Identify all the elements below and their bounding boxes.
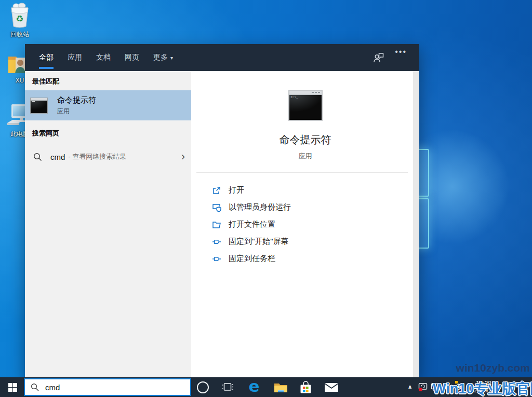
section-header-web-search: 搜索网页 — [25, 120, 191, 142]
action-run-as-admin[interactable]: 以管理员身份运行 — [191, 199, 419, 216]
watermark-site-name: Win10专业版官网 — [433, 379, 532, 397]
action-label: 以管理员身份运行 — [229, 202, 291, 212]
mail-icon — [324, 382, 339, 392]
search-panel-body: 最佳匹配 命令提示符 应用 搜索网页 cmd - 查看网络搜索结果 › — [25, 71, 419, 377]
chevron-down-icon: ▾ — [170, 55, 173, 61]
tray-app-icon — [418, 382, 428, 392]
result-text: 命令提示符 应用 — [57, 95, 96, 116]
action-label: 打开文件位置 — [229, 220, 275, 229]
open-icon — [212, 186, 221, 195]
cmd-icon-titlebar — [289, 91, 322, 95]
section-header-best-match: 最佳匹配 — [25, 71, 191, 90]
tab-label: 更多 — [153, 53, 168, 62]
store-button[interactable] — [297, 377, 314, 397]
tab-all[interactable]: 全部 — [39, 44, 54, 71]
results-pane: 最佳匹配 命令提示符 应用 搜索网页 cmd - 查看网络搜索结果 › — [25, 71, 191, 377]
detail-pane: C:\_ 命令提示符 应用 打开 — [191, 71, 419, 377]
action-label: 固定到"开始"屏幕 — [229, 237, 289, 247]
person-icon — [373, 51, 385, 64]
edge-icon: e — [248, 378, 259, 394]
watermark-site-url: win10zyb.com — [456, 362, 530, 374]
cmd-app-icon-large: C:\_ — [288, 90, 323, 121]
tab-web[interactable]: 网页 — [125, 44, 139, 71]
file-explorer-button[interactable] — [272, 377, 289, 397]
recycle-bin-icon: ♻ — [7, 3, 32, 29]
divider — [196, 172, 408, 173]
task-view-button[interactable] — [220, 377, 236, 397]
ellipsis-icon: ••• — [395, 47, 407, 56]
cortana-icon — [197, 381, 209, 393]
web-query: cmd — [50, 153, 65, 161]
options-button[interactable]: ••• — [395, 47, 407, 57]
tray-show-hidden-icons[interactable]: ∧ — [405, 377, 415, 397]
chevron-right-icon: › — [181, 151, 185, 162]
edge-button[interactable]: e — [245, 377, 263, 397]
action-label: 固定到任务栏 — [229, 254, 275, 264]
action-pin-to-taskbar[interactable]: 固定到任务栏 — [191, 250, 419, 267]
action-label: 打开 — [229, 185, 244, 195]
file-explorer-icon — [274, 382, 288, 393]
folder-icon — [212, 220, 221, 229]
search-flyout-panel: 全部 应用 文档 网页 更多 ▾ — [25, 44, 419, 377]
search-panel-header: 全部 应用 文档 网页 更多 ▾ — [25, 44, 419, 71]
action-open-file-location[interactable]: 打开文件位置 — [191, 216, 419, 233]
pin-icon — [212, 254, 221, 264]
tab-apps[interactable]: 应用 — [68, 44, 82, 71]
windows-logo-icon — [8, 383, 17, 392]
desktop-icon-label: 回收站 — [3, 30, 36, 39]
tab-label: 网页 — [125, 53, 139, 62]
search-input[interactable] — [44, 382, 171, 392]
svg-text:♻: ♻ — [16, 14, 23, 24]
result-web-search-cmd[interactable]: cmd - 查看网络搜索结果 › — [25, 147, 191, 166]
search-icon — [33, 153, 42, 161]
detail-title: 命令提示符 — [191, 133, 419, 147]
mail-button[interactable] — [322, 377, 341, 397]
cmd-app-icon — [30, 98, 48, 114]
result-title: 命令提示符 — [57, 95, 96, 105]
tray-app-button[interactable] — [416, 377, 430, 397]
action-pin-to-start[interactable]: 固定到"开始"屏幕 — [191, 233, 419, 250]
search-icon — [31, 383, 39, 391]
pin-icon — [212, 237, 221, 247]
cortana-button[interactable] — [195, 377, 210, 397]
store-icon — [299, 381, 312, 394]
account-button[interactable] — [373, 51, 385, 66]
web-hint: - 查看网络搜索结果 — [68, 152, 126, 161]
windows-desktop: ♻ 回收站 XU 此电脑 — [0, 0, 532, 397]
tab-documents[interactable]: 文档 — [96, 44, 111, 71]
tab-label: 全部 — [39, 53, 54, 62]
admin-shield-icon — [212, 203, 221, 212]
action-open[interactable]: 打开 — [191, 182, 419, 199]
detail-subtitle: 应用 — [191, 152, 419, 161]
result-subtitle: 应用 — [57, 107, 96, 116]
tab-more[interactable]: 更多 ▾ — [153, 44, 173, 71]
result-best-match-cmd[interactable]: 命令提示符 应用 — [25, 90, 191, 120]
start-button[interactable] — [0, 377, 25, 397]
tab-label: 应用 — [68, 53, 82, 62]
action-list: 打开 以管理员身份运行 打开文件位置 — [191, 182, 419, 267]
taskbar-search-box[interactable] — [24, 378, 191, 396]
tab-label: 文档 — [96, 53, 111, 62]
desktop-icon-recycle-bin[interactable]: ♻ 回收站 — [3, 3, 36, 39]
search-filter-tabs: 全部 应用 文档 网页 更多 ▾ — [39, 44, 173, 71]
chevron-up-icon: ∧ — [407, 384, 413, 391]
cmd-icon-prompt-text: C:\_ — [291, 95, 298, 99]
task-view-icon — [222, 382, 234, 392]
